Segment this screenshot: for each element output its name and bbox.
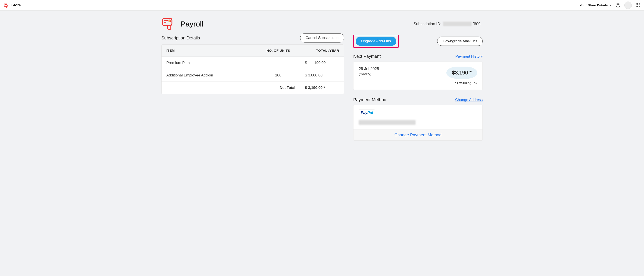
subscription-id-suffix: '809 — [473, 22, 480, 26]
item-total: $ 3,000.00 — [300, 69, 344, 81]
next-payment-card: 29 Jul 2025 (Yearly) $3,190 * * Excludin… — [353, 62, 483, 90]
next-payment-date: 29 Jul 2025 — [359, 67, 379, 71]
addon-actions-row: Upgrade Add-Ons Downgrade Add-Ons — [353, 35, 483, 48]
downgrade-addons-button[interactable]: Downgrade Add-Ons — [437, 37, 483, 46]
upgrade-highlight: Upgrade Add-Ons — [353, 35, 399, 48]
store-details-dropdown[interactable]: Your Store Details — [580, 3, 612, 7]
excluding-tax-note: * Excluding Tax — [446, 81, 477, 85]
page-title: Payroll — [180, 20, 203, 28]
payment-method-heading: Payment Method — [353, 97, 386, 102]
next-payment-heading: Next Payment — [353, 54, 381, 59]
payroll-icon — [161, 17, 175, 31]
subscription-id-label: Subscription ID: — [414, 22, 441, 26]
next-payment-term: (Yearly) — [359, 72, 379, 76]
store-details-label: Your Store Details — [580, 3, 608, 7]
next-payment-right: $3,190 * * Excluding Tax — [446, 67, 477, 85]
subscription-id-block: Subscription ID: '809 — [414, 22, 480, 26]
payment-method-header: Payment Method Change Address — [353, 97, 483, 102]
table-header-row: ITEM NO. OF UNITS TOTAL /YEAR — [162, 45, 344, 57]
item-units: 100 — [256, 69, 300, 81]
next-payment-amount: $3,190 * — [446, 67, 477, 79]
payment-method-footer: Change Payment Method — [354, 129, 482, 141]
subscription-id-redacted — [443, 22, 472, 26]
avatar[interactable] — [624, 2, 632, 9]
cancel-subscription-button[interactable]: Cancel Subscription — [300, 33, 344, 43]
topbar-right: Your Store Details — [580, 2, 640, 9]
content-row: Cancel Subscription Subscription Details… — [161, 33, 483, 141]
paypal-pal: Pal — [368, 111, 373, 115]
item-name: Premium Plan — [162, 57, 256, 69]
svg-point-5 — [169, 20, 171, 22]
payment-method-body: PayPal — [354, 105, 482, 129]
table-row: Additional Employee Add-on 100 $ 3,000.0… — [162, 69, 344, 81]
net-total-label: Net Total — [256, 81, 300, 94]
change-address-link[interactable]: Change Address — [455, 98, 483, 102]
page-header-left: Payroll — [161, 17, 414, 31]
app-launcher-icon[interactable] — [636, 3, 640, 8]
next-payment-left: 29 Jul 2025 (Yearly) — [359, 67, 379, 76]
col-total: TOTAL /YEAR — [300, 45, 344, 57]
net-total-value: $ 3,190.00 * — [300, 81, 344, 94]
brand-logo-icon — [4, 3, 9, 8]
upgrade-addons-button[interactable]: Upgrade Add-Ons — [356, 37, 396, 46]
item-name: Additional Employee Add-on — [162, 69, 256, 81]
payment-method-card: PayPal Change Payment Method — [353, 105, 483, 141]
left-column: Cancel Subscription Subscription Details… — [161, 33, 344, 94]
help-icon[interactable] — [616, 3, 620, 8]
table-row: Premium Plan - $ 190.00 — [162, 57, 344, 69]
item-units: - — [256, 57, 300, 69]
page-header: Payroll Subscription ID: '809 — [161, 17, 483, 33]
chevron-down-icon — [609, 4, 612, 7]
net-total-row: Net Total $ 3,190.00 * — [162, 81, 344, 94]
subscription-details-table: ITEM NO. OF UNITS TOTAL /YEAR Premium Pl… — [161, 45, 344, 94]
change-payment-method-link[interactable]: Change Payment Method — [394, 132, 441, 137]
paypal-pay: Pay — [361, 111, 368, 115]
topbar: Store Your Store Details — [0, 0, 644, 11]
store-label: Store — [11, 3, 21, 8]
svg-point-1 — [618, 6, 618, 6]
col-item: ITEM — [162, 45, 256, 57]
paypal-badge: PayPal — [359, 109, 375, 116]
payment-account-redacted — [359, 120, 416, 125]
topbar-left: Store — [4, 3, 21, 8]
next-payment-header: Next Payment Payment History — [353, 54, 483, 59]
item-total: $ 190.00 — [300, 57, 344, 69]
payment-history-link[interactable]: Payment History — [455, 54, 483, 59]
page: Payroll Subscription ID: '809 Cancel Sub… — [161, 11, 483, 145]
right-column: Upgrade Add-Ons Downgrade Add-Ons Next P… — [353, 33, 483, 141]
col-units: NO. OF UNITS — [256, 45, 300, 57]
